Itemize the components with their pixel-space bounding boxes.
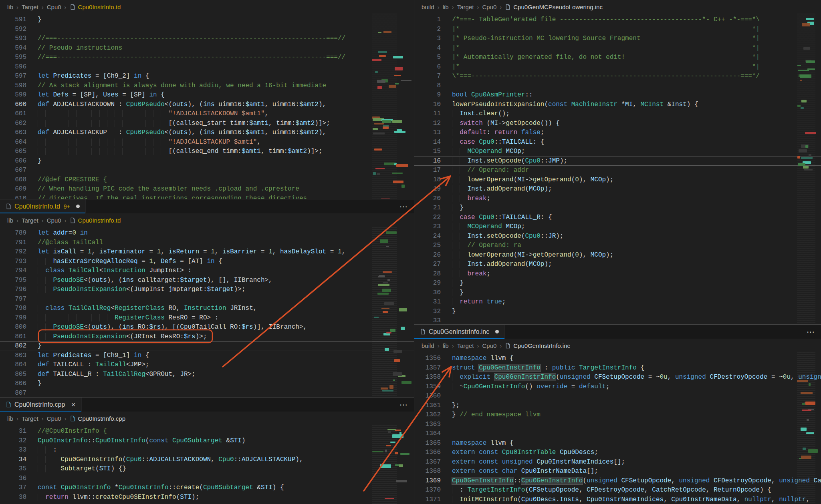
line-number[interactable]: 1368	[414, 467, 441, 476]
code-line-798[interactable]: 798 class TailCallReg<RegisterClass RO, …	[0, 304, 414, 313]
code-line-1[interactable]: 1/*===- TableGen'erated file -----------…	[414, 15, 821, 25]
line-number[interactable]: 20	[414, 194, 441, 204]
close-icon[interactable]: ✕	[71, 402, 76, 408]
line-number[interactable]: 1358	[414, 373, 441, 382]
breadcrumb-item-cpu0[interactable]: Cpu0	[47, 4, 61, 10]
line-number[interactable]: 591	[0, 15, 26, 25]
code-line-597[interactable]: 597let Predicates = [Ch9_2] in {	[0, 72, 414, 81]
line-number[interactable]: 33	[0, 446, 26, 455]
code-line-806[interactable]: 806}	[0, 379, 414, 389]
code-line-606[interactable]: 606}	[0, 157, 414, 166]
code-line-605[interactable]: 605 [(callseq_end timm:$amt1, timm:$amt2…	[0, 147, 414, 157]
tab-Cpu0InstrInfo.cpp[interactable]: Cpu0InstrInfo.cpp✕	[0, 398, 82, 412]
line-number[interactable]: 798	[0, 304, 26, 313]
line-number[interactable]: 1360	[414, 392, 441, 401]
line-number[interactable]: 35	[0, 464, 26, 474]
code-line-4[interactable]: 4|* *|	[414, 44, 821, 53]
code-line-3[interactable]: 3|* Pseudo-instruction MC lowering Sourc…	[414, 34, 821, 44]
code-line-1361[interactable]: 1361};	[414, 401, 821, 411]
code-line-13[interactable]: 13 default: return false;	[414, 128, 821, 138]
code-line-18[interactable]: 18 lowerOperand(MI->getOperand(0), MCOp)…	[414, 175, 821, 185]
code-line-2[interactable]: 2|* *|	[414, 25, 821, 34]
code-line-19[interactable]: 19 Inst.addOperand(MCOp);	[414, 185, 821, 194]
tab-Cpu0InstrInfo.td[interactable]: Cpu0InstrInfo.td9+	[0, 199, 86, 213]
line-number[interactable]: 37	[0, 483, 26, 493]
breadcrumb-item-cpu0[interactable]: Cpu0	[482, 4, 496, 10]
code-line-604[interactable]: 604 "!ADJCALLSTACKUP $amt1",	[0, 138, 414, 147]
line-number[interactable]: 796	[0, 285, 26, 295]
code-line-20[interactable]: 20 break;	[414, 194, 821, 204]
code-line-7[interactable]: 7\*===----------------------------------…	[414, 72, 821, 81]
line-number[interactable]: 797	[0, 295, 26, 304]
code-line-802[interactable]: 802}	[0, 341, 414, 351]
line-number[interactable]: 1	[414, 15, 441, 25]
code-line-592[interactable]: 592	[0, 25, 414, 34]
line-number[interactable]: 593	[0, 34, 26, 44]
line-number[interactable]: 805	[0, 370, 26, 380]
line-number[interactable]: 16	[414, 157, 441, 166]
breadcrumb-file[interactable]: Cpu0InstrInfo.td	[70, 217, 121, 224]
line-number[interactable]: 1364	[414, 429, 441, 439]
code-line-804[interactable]: 804def TAILCALL : TailCall<JMP>;	[0, 360, 414, 370]
code-line-602[interactable]: 602 [(callseq_start timm:$amt1, timm:$am…	[0, 119, 414, 129]
code-line-791[interactable]: 791//@class TailCall	[0, 238, 414, 248]
code-line-807[interactable]: 807	[0, 389, 414, 398]
line-number[interactable]: 604	[0, 138, 26, 147]
code-line-603[interactable]: 603def ADJCALLSTACKUP : Cpu0Pseudo<(outs…	[0, 128, 414, 138]
line-number[interactable]: 19	[414, 185, 441, 194]
breadcrumb-item-lib[interactable]: lib	[7, 415, 13, 422]
code-line-38[interactable]: 38 return llvm::createCpu0SEInstrInfo(ST…	[0, 493, 414, 502]
code-line-12[interactable]: 12 switch (MI->getOpcode()) {	[414, 119, 821, 129]
line-number[interactable]: 18	[414, 175, 441, 185]
breadcrumb-item-lib[interactable]: lib	[443, 342, 449, 349]
code-line-595[interactable]: 595//===--------------------------------…	[0, 53, 414, 62]
code-line-37[interactable]: 37const Cpu0InstrInfo *Cpu0InstrInfo::cr…	[0, 483, 414, 493]
line-number[interactable]: 9	[414, 90, 441, 100]
line-number[interactable]: 32	[0, 436, 26, 446]
line-number[interactable]: 605	[0, 147, 26, 157]
code-line-601[interactable]: 601 "!ADJCALLSTACKDOWN $amt1",	[0, 109, 414, 119]
line-number[interactable]: 607	[0, 166, 26, 175]
line-number[interactable]: 7	[414, 72, 441, 81]
code-line-797[interactable]: 797	[0, 295, 414, 304]
code-line-805[interactable]: 805def TAILCALL_R : TailCallReg<GPROut, …	[0, 370, 414, 380]
line-number[interactable]: 1366	[414, 448, 441, 458]
line-number[interactable]: 599	[0, 90, 26, 100]
tab-Cpu0GenInstrInfo.inc[interactable]: Cpu0GenInstrInfo.inc	[414, 325, 505, 339]
code-line-1363[interactable]: 1363	[414, 420, 821, 430]
line-number[interactable]: 31	[414, 297, 441, 307]
code-line-21[interactable]: 21 }	[414, 203, 821, 213]
code-line-1370[interactable]: 1370 : TargetInstrInfo(CFSetupOpcode, CF…	[414, 486, 821, 495]
line-number[interactable]: 36	[0, 474, 26, 484]
editor-actions-button[interactable]: ⋯	[800, 325, 821, 339]
code-line-607[interactable]: 607	[0, 166, 414, 175]
breadcrumb-item-build[interactable]: build	[422, 342, 434, 349]
breadcrumb-item-cpu0[interactable]: Cpu0	[482, 342, 496, 349]
line-number[interactable]: 803	[0, 351, 26, 361]
line-number[interactable]: 1367	[414, 458, 441, 467]
code-line-1368[interactable]: 1368extern const char Cpu0InstrNameData[…	[414, 467, 821, 476]
line-number[interactable]: 23	[414, 222, 441, 232]
line-number[interactable]: 22	[414, 213, 441, 223]
line-number[interactable]: 603	[0, 128, 26, 138]
line-number[interactable]: 594	[0, 44, 26, 53]
code-line-30[interactable]: 30 }	[414, 288, 821, 298]
line-number[interactable]: 1363	[414, 420, 441, 430]
code-line-5[interactable]: 5|* Automatically generated file, do not…	[414, 53, 821, 62]
code-line-792[interactable]: 792let isCall = 1, isTerminator = 1, isR…	[0, 247, 414, 257]
code-line-1366[interactable]: 1366extern const Cpu0InstrTable Cpu0Desc…	[414, 448, 821, 458]
code-line-36[interactable]: 36	[0, 474, 414, 484]
code-line-789[interactable]: 789let addr=0 in	[0, 229, 414, 238]
line-number[interactable]: 1357	[414, 363, 441, 373]
breadcrumb-item-cpu0[interactable]: Cpu0	[47, 217, 61, 224]
breadcrumb-item-target[interactable]: Target	[457, 4, 474, 10]
line-number[interactable]: 793	[0, 257, 26, 267]
code-line-596[interactable]: 596	[0, 62, 414, 72]
breadcrumb-file[interactable]: Cpu0InstrInfo.cpp	[70, 415, 125, 422]
line-number[interactable]: 792	[0, 247, 26, 257]
code-line-29[interactable]: 29 }	[414, 279, 821, 288]
code-line-22[interactable]: 22 case Cpu0::TAILCALL_R: {	[414, 213, 821, 223]
line-number[interactable]: 1359	[414, 382, 441, 392]
line-number[interactable]: 5	[414, 53, 441, 62]
code-line-599[interactable]: 599let Defs = [SP], Uses = [SP] in {	[0, 90, 414, 100]
